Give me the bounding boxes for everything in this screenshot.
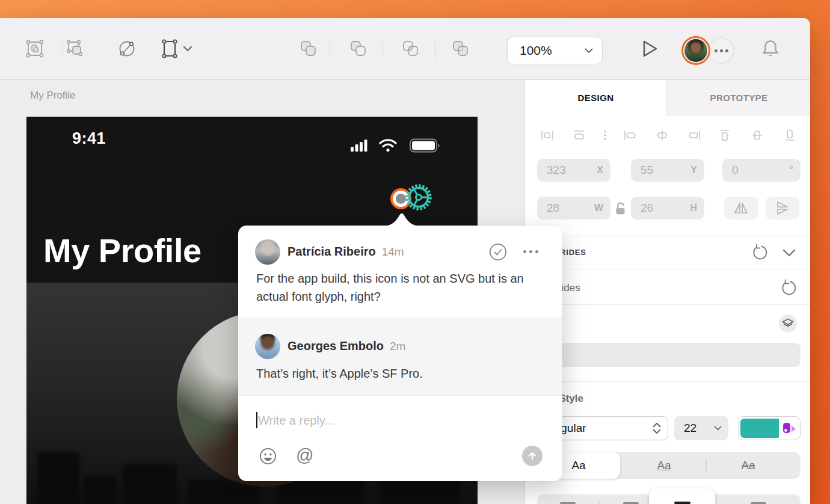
toolbar: 100% bbox=[0, 18, 810, 80]
select-tool-button[interactable] bbox=[24, 38, 46, 60]
phone-screen-title: My Profile bbox=[43, 231, 201, 270]
text-color-well[interactable] bbox=[738, 416, 801, 440]
inspector-panel: DESIGN PROTOTYPE bbox=[524, 80, 810, 504]
align-top-icon[interactable] bbox=[716, 127, 733, 144]
resolve-comment-button[interactable] bbox=[488, 242, 508, 262]
reply-input[interactable]: Write a reply... bbox=[258, 414, 334, 428]
vector-tool-button[interactable] bbox=[116, 38, 138, 60]
x-position-field[interactable]: 323 X bbox=[537, 159, 610, 182]
lock-aspect-ratio-icon[interactable] bbox=[614, 201, 627, 217]
font-size-value: 22 bbox=[684, 422, 713, 435]
select-tool-icon bbox=[24, 38, 46, 60]
commenter-name: Patrícia Ribeiro bbox=[287, 245, 376, 258]
flip-horizontal-button[interactable] bbox=[724, 197, 758, 220]
dot bbox=[523, 250, 526, 253]
comment-time: 14m bbox=[382, 245, 404, 258]
boolean-subtract-button[interactable] bbox=[348, 38, 369, 60]
preview-play-button[interactable] bbox=[639, 38, 660, 59]
flip-vertical-button[interactable] bbox=[766, 197, 799, 220]
decoration-strikethrough-segment[interactable]: Aa bbox=[741, 459, 755, 472]
union-icon bbox=[298, 38, 319, 60]
boolean-intersect-button[interactable] bbox=[400, 38, 422, 60]
boolean-union-button[interactable] bbox=[298, 38, 319, 60]
tab-prototype[interactable]: PROTOTYPE bbox=[666, 80, 810, 115]
distribute-vertical-icon[interactable] bbox=[571, 127, 588, 144]
width-field[interactable]: 28 W bbox=[537, 197, 610, 220]
toolbar-divider bbox=[435, 41, 436, 59]
collaborators-overflow-button[interactable] bbox=[708, 37, 734, 64]
boolean-difference-button[interactable] bbox=[450, 38, 472, 60]
rotation-degree-label: ° bbox=[790, 165, 793, 176]
distribute-horizontal-icon[interactable] bbox=[539, 127, 556, 144]
comment-header: Georges Embolo2m bbox=[287, 339, 405, 353]
width-label: W bbox=[594, 203, 603, 214]
x-label: X bbox=[597, 165, 603, 176]
comment-thread-popup: Patrícia Ribeiro14m For the app build, t… bbox=[238, 226, 562, 481]
height-field[interactable]: 26 H bbox=[631, 197, 704, 220]
send-reply-button[interactable] bbox=[522, 446, 543, 466]
comment-reply-section: Georges Embolo2m That’s right, it’s Appl… bbox=[238, 318, 562, 396]
dot bbox=[529, 250, 532, 253]
vector-tool-icon bbox=[116, 38, 138, 60]
symbol-override-button[interactable] bbox=[779, 315, 797, 333]
x-value: 323 bbox=[547, 164, 597, 177]
align-center-horizontal-icon[interactable] bbox=[654, 127, 671, 144]
align-right-icon[interactable] bbox=[686, 127, 703, 144]
text-decoration-segmented-control: Aa Aa Aa bbox=[537, 452, 801, 479]
font-size-dropdown[interactable]: 22 bbox=[674, 416, 728, 440]
color-variable-badge-icon[interactable] bbox=[782, 422, 798, 436]
decoration-underline-segment[interactable]: Aa bbox=[657, 459, 671, 472]
arrow-up-icon bbox=[526, 450, 538, 462]
tidy-icon[interactable] bbox=[597, 127, 613, 144]
frame-tool-button[interactable] bbox=[158, 37, 182, 61]
edit-shape-tool-icon bbox=[64, 38, 85, 60]
divider bbox=[525, 236, 810, 236]
flip-vertical-icon bbox=[775, 200, 790, 217]
divider bbox=[525, 304, 810, 305]
play-icon bbox=[639, 38, 660, 59]
tab-design[interactable]: DESIGN bbox=[525, 80, 666, 115]
chevron-down-icon bbox=[713, 425, 722, 431]
collapse-section-chevron-icon[interactable] bbox=[781, 248, 797, 259]
subtract-icon bbox=[348, 38, 369, 60]
wifi-icon bbox=[378, 138, 398, 153]
commenter-avatar bbox=[255, 239, 280, 265]
zoom-level-dropdown[interactable]: 100% bbox=[507, 37, 603, 64]
emoji-button[interactable] bbox=[259, 447, 277, 466]
override-text-input[interactable] bbox=[537, 343, 801, 367]
comment-time: 2m bbox=[390, 340, 405, 352]
commenter-avatar bbox=[255, 334, 280, 359]
align-right-lines bbox=[674, 502, 690, 504]
align-right-selected-segment[interactable] bbox=[649, 488, 715, 504]
reset-override-icon[interactable] bbox=[780, 279, 798, 297]
skyline-shape bbox=[123, 464, 177, 504]
artboard-label[interactable]: My Profile bbox=[30, 90, 76, 102]
comment-more-button[interactable] bbox=[523, 250, 538, 253]
settings-gear-layer[interactable] bbox=[404, 182, 434, 212]
frame-tool-chevron-icon[interactable] bbox=[182, 45, 193, 52]
decoration-none-label: Aa bbox=[571, 459, 585, 472]
cellular-signal-icon bbox=[351, 139, 369, 153]
layers-icon bbox=[781, 317, 795, 330]
rotation-field[interactable]: 0 ° bbox=[722, 159, 801, 182]
difference-icon bbox=[450, 38, 472, 60]
y-position-field[interactable]: 55 Y bbox=[631, 159, 704, 182]
segment-divider bbox=[706, 459, 707, 472]
reset-overrides-icon[interactable] bbox=[751, 244, 769, 262]
desktop-background: 100% bbox=[0, 0, 830, 504]
divider bbox=[525, 269, 810, 269]
mention-button[interactable]: @ bbox=[296, 446, 313, 466]
skyline-shape bbox=[84, 475, 117, 504]
text-caret bbox=[256, 412, 257, 428]
notifications-button[interactable] bbox=[760, 38, 781, 60]
popup-tail bbox=[383, 214, 421, 226]
account-avatar[interactable] bbox=[681, 36, 710, 65]
align-left-icon[interactable] bbox=[621, 127, 638, 144]
intersect-icon bbox=[400, 38, 422, 60]
height-value: 26 bbox=[641, 201, 690, 215]
align-bottom-icon[interactable] bbox=[781, 127, 798, 144]
align-middle-vertical-icon[interactable] bbox=[749, 127, 766, 144]
comment-text: For the app build, this icon is not an S… bbox=[256, 269, 544, 306]
toolbar-divider bbox=[63, 41, 63, 59]
edit-shape-tool-button[interactable] bbox=[64, 38, 85, 60]
